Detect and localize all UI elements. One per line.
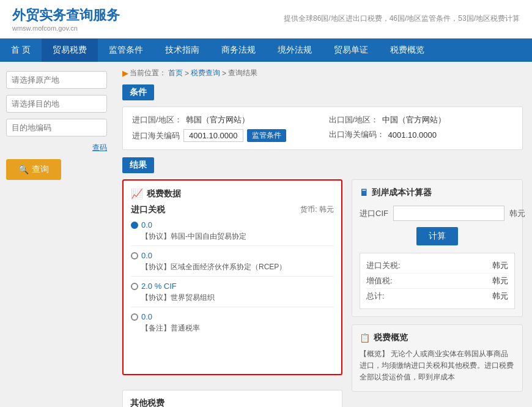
breadcrumb-sep1: >: [185, 69, 189, 78]
import-tax-result-row: 进口关税: 韩元: [366, 258, 508, 274]
import-country-value: 韩国（官方网站）: [186, 114, 249, 125]
other-taxes-title: 其他税费: [130, 398, 334, 407]
query-code-label: 查码: [6, 143, 107, 153]
site-domain: wmsw.mofcom.gov.cn: [12, 24, 120, 32]
import-hs-code: 4001.10.0000: [183, 129, 243, 142]
results-section-header: 结果: [122, 157, 154, 173]
breadcrumb: ▶ 当前位置： 首页 > 税费查询 > 查询结果: [122, 68, 523, 78]
results-layout: 📈 税费数据 进口关税 货币: 韩元: [122, 179, 523, 407]
breadcrumb-tax-query[interactable]: 税费查询: [191, 68, 220, 78]
sidebar: 查码 🔍 查询: [0, 62, 113, 407]
total-result-row: 总计: 韩元: [366, 289, 508, 304]
calc-title-text: 到岸成本计算器: [372, 187, 432, 198]
search-icon: 🔍: [18, 165, 29, 174]
conditions-section-header: 条件: [122, 84, 154, 100]
export-hs-code: 4001.10.0000: [388, 130, 437, 140]
customs-title: 进口关税: [131, 204, 165, 214]
breadcrumb-current: 当前位置：: [130, 68, 166, 78]
chart-icon: 📈: [131, 188, 143, 200]
export-hs-label: 出口海关编码：: [329, 129, 385, 140]
search-button-label: 查询: [32, 164, 49, 175]
radio-empty-1[interactable]: [131, 252, 138, 260]
nav-supervision[interactable]: 监管条件: [98, 39, 154, 62]
overview-title: 📋 税费概览: [360, 332, 515, 343]
cif-label: 进口CIF: [360, 208, 388, 219]
customs-condition-button[interactable]: 监管条件: [247, 129, 286, 142]
other-taxes-box: 其他税费 增值税（VAT）: [122, 390, 342, 407]
calc-icon: 🖩: [360, 188, 368, 198]
tax-rate-value-3: 0.0: [141, 312, 152, 321]
vat-result-label: 增值税:: [366, 275, 393, 286]
tax-rate-2[interactable]: 2.0 % CIF: [131, 282, 334, 291]
import-country-label: 进口国/地区：: [132, 114, 182, 125]
tax-note-0: 【协议】韩国-中国自由贸易协定: [141, 231, 334, 242]
vat-result-row: 增值税: 韩元: [366, 274, 508, 289]
radio-empty-3[interactable]: [131, 313, 138, 321]
customs-section-header: 进口关税 货币: 韩元: [131, 204, 334, 215]
breadcrumb-sep2: >: [222, 69, 226, 78]
customs-section: 进口关税 货币: 韩元 0.0 【协议】韩国-中国自由贸易协定: [131, 204, 334, 334]
tax-rate-1[interactable]: 0.0: [131, 251, 334, 260]
import-tax-value: 韩元: [492, 260, 508, 271]
tax-rate-0[interactable]: 0.0: [131, 220, 334, 230]
overview-title-text: 税费概览: [374, 332, 408, 343]
breadcrumb-home[interactable]: 首页: [168, 68, 183, 78]
tax-item-3: 0.0 【备注】普通税率: [131, 312, 334, 334]
cif-input[interactable]: [393, 206, 504, 221]
conditions-grid: 进口国/地区： 韩国（官方网站） 进口海关编码 4001.10.0000 监管条…: [132, 114, 513, 142]
tax-rate-3[interactable]: 0.0: [131, 312, 334, 321]
tax-item-0: 0.0 【协议】韩国-中国自由贸易协定: [131, 220, 334, 242]
tax-item-1: 0.0 【协议】区域全面经济伙伴系协定（RCEP）: [131, 251, 334, 272]
cost-calculator-box: 🖩 到岸成本计算器 进口CIF 韩元 计算 进口关税: 韩元: [352, 179, 523, 317]
nav-overseas[interactable]: 境外法规: [267, 39, 323, 62]
calc-result: 进口关税: 韩元 增值税: 韩元 总计: 韩元: [360, 253, 515, 309]
nav-tax-overview[interactable]: 税费概览: [379, 39, 435, 62]
radio-empty-2[interactable]: [131, 283, 138, 290]
calc-title: 🖩 到岸成本计算器: [360, 187, 515, 198]
total-result-label: 总计:: [366, 291, 385, 302]
tax-data-title-text: 税费数据: [147, 189, 181, 200]
nav-trade-tax[interactable]: 贸易税费: [42, 39, 98, 62]
main-content: ▶ 当前位置： 首页 > 税费查询 > 查询结果 条件 进口国/地区： 韩国（官…: [113, 62, 532, 407]
site-title: 外贸实务查询服务: [12, 6, 120, 24]
main-nav: 首 页 贸易税费 监管条件 技术指南 商务法规 境外法规 贸易单证 税费概览: [0, 39, 532, 62]
nav-tech[interactable]: 技术指南: [154, 39, 210, 62]
tax-rate-value-2: 2.0 % CIF: [141, 282, 177, 291]
nav-trade-docs[interactable]: 贸易单证: [323, 39, 379, 62]
radio-filled-0[interactable]: [131, 222, 138, 229]
tax-data-box: 📈 税费数据 进口关税 货币: 韩元: [122, 179, 342, 375]
tax-note-3: 【备注】普通税率: [141, 323, 334, 334]
nav-home[interactable]: 首 页: [0, 39, 42, 62]
overview-icon: 📋: [360, 333, 370, 343]
total-result-value: 韩元: [492, 291, 508, 302]
tax-rate-value-0: 0.0: [141, 220, 152, 230]
cif-unit: 韩元: [509, 208, 525, 219]
calculate-button[interactable]: 计算: [416, 227, 458, 245]
tax-data-title: 📈 税费数据: [131, 188, 334, 200]
vat-result-value: 韩元: [492, 275, 508, 286]
breadcrumb-arrow: ▶: [122, 69, 128, 78]
currency-label: 货币: 韩元: [300, 204, 334, 215]
search-button[interactable]: 🔍 查询: [6, 159, 61, 180]
destination-input[interactable]: [6, 95, 107, 113]
page-header: 外贸实务查询服务 wmsw.mofcom.gov.cn 提供全球86国/地区进出…: [0, 0, 532, 39]
right-panel: 🖩 到岸成本计算器 进口CIF 韩元 计算 进口关税: 韩元: [352, 179, 523, 407]
import-hs-label: 进口海关编码: [132, 130, 180, 141]
origin-input[interactable]: [6, 71, 107, 89]
export-country-value: 中国（官方网站）: [382, 114, 446, 125]
cif-row: 进口CIF 韩元: [360, 206, 515, 221]
import-country-row: 进口国/地区： 韩国（官方网站）: [132, 114, 317, 125]
tax-rate-value-1: 0.0: [141, 251, 152, 260]
tax-note-1: 【协议】区域全面经济伙伴系协定（RCEP）: [141, 262, 334, 272]
dest-code-input[interactable]: [6, 119, 107, 136]
export-hs-row: 出口海关编码： 4001.10.0000: [329, 129, 514, 140]
import-tax-label: 进口关税:: [366, 260, 401, 271]
query-code-link[interactable]: 查码: [92, 143, 107, 152]
nav-commerce[interactable]: 商务法规: [210, 39, 267, 62]
main-layout: 查码 🔍 查询 ▶ 当前位置： 首页 > 税费查询 > 查询结果 条件: [0, 62, 532, 407]
tax-note-2: 【协议】世界贸易组织: [141, 293, 334, 303]
import-hs-row: 进口海关编码 4001.10.0000 监管条件: [132, 129, 317, 142]
tax-overview-box: 📋 税费概览 【概览】 无论个人或商业实体在韩国从事商品进口，均须缴纳进口关税和…: [352, 324, 523, 392]
breadcrumb-results: 查询结果: [228, 68, 257, 78]
site-subtitle: 提供全球86国/地区进出口税费，46国/地区监管条件，53国/地区税费计算: [284, 13, 520, 24]
